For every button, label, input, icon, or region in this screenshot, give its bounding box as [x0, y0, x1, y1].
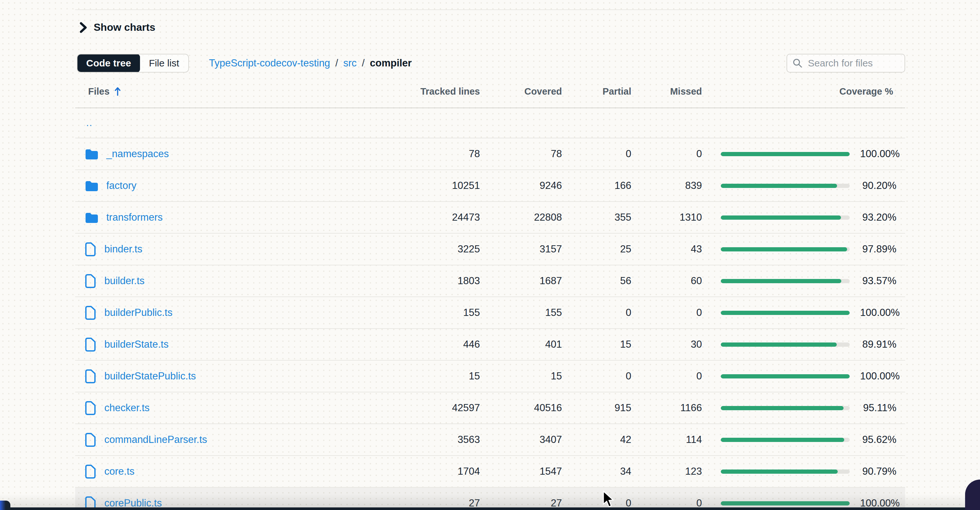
mouse-cursor [602, 491, 615, 510]
coverage-bar-track [721, 343, 850, 347]
parent-directory-row[interactable]: .. [75, 108, 905, 138]
coverage-bar-track [721, 152, 850, 156]
tracked-lines-value: 24473 [406, 211, 480, 223]
folder-icon [85, 212, 98, 223]
tracked-lines-value: 78 [406, 148, 480, 160]
table-row[interactable]: builderState.ts446401153089.91% [75, 329, 905, 361]
file-link[interactable]: builderState.ts [104, 338, 169, 350]
tracked-lines-value: 3563 [406, 434, 480, 445]
file-search-box[interactable] [786, 54, 905, 73]
coverage-bar-fill [721, 406, 843, 410]
missed-value: 0 [631, 148, 702, 160]
column-header-coverage[interactable]: Coverage % [702, 86, 905, 97]
breadcrumb: TypeScript-codecov-testing / src / compi… [209, 57, 412, 69]
folder-link[interactable]: transformers [106, 211, 163, 223]
breadcrumb-src-link[interactable]: src [343, 57, 356, 69]
coverage-bar-track [721, 279, 850, 283]
file-link[interactable]: builderPublic.ts [104, 307, 172, 318]
coverage-bar-fill [721, 374, 850, 378]
missed-value: 0 [631, 370, 702, 382]
column-header-tracked-lines[interactable]: Tracked lines [406, 86, 480, 97]
breadcrumb-repo-link[interactable]: TypeScript-codecov-testing [209, 57, 330, 69]
file-icon [85, 274, 96, 288]
table-row[interactable]: binder.ts32253157254397.89% [75, 234, 905, 265]
parent-directory-link[interactable]: .. [86, 118, 93, 128]
partial-value: 355 [562, 211, 631, 223]
covered-value: 401 [480, 338, 562, 350]
show-charts-toggle[interactable]: Show charts [80, 21, 155, 33]
coverage-bar-cell [702, 406, 860, 410]
table-row[interactable]: commandLineParser.ts356334074211495.62% [75, 424, 905, 456]
coverage-bar-fill [721, 152, 850, 156]
file-icon [85, 242, 96, 257]
file-link[interactable]: core.ts [104, 466, 135, 477]
missed-value: 123 [631, 466, 702, 477]
table-row[interactable]: builderPublic.ts15515500100.00% [75, 297, 905, 329]
tracked-lines-value: 3225 [406, 243, 480, 255]
column-header-missed[interactable]: Missed [631, 86, 702, 97]
coverage-percent: 89.91% [860, 338, 905, 350]
column-header-files[interactable]: Files [75, 86, 406, 97]
folder-icon [85, 181, 98, 191]
section-divider [75, 10, 905, 10]
table-row[interactable]: core.ts170415473412390.79% [75, 456, 905, 488]
partial-value: 166 [562, 180, 631, 192]
file-icon [85, 464, 96, 479]
sort-ascending-icon [114, 86, 121, 96]
bottom-left-widget[interactable] [0, 500, 10, 510]
covered-value: 40516 [480, 402, 562, 414]
file-icon [85, 432, 96, 447]
file-link[interactable]: checker.ts [104, 402, 150, 414]
missed-value: 30 [631, 338, 702, 350]
tracked-lines-value: 446 [406, 338, 480, 350]
file-link[interactable]: commandLineParser.ts [104, 434, 207, 445]
file-icon [85, 337, 96, 352]
partial-value: 0 [562, 148, 631, 160]
controls-row: Code tree File list TypeScript-codecov-t… [77, 54, 905, 73]
partial-value: 34 [562, 466, 631, 477]
search-input[interactable] [807, 57, 899, 69]
column-header-partial[interactable]: Partial [562, 86, 631, 97]
coverage-bar-track [721, 311, 850, 315]
file-name-cell: builderState.ts [75, 337, 406, 352]
missed-value: 1310 [631, 211, 702, 223]
column-header-covered[interactable]: Covered [480, 86, 562, 97]
table-row[interactable]: factory10251924616683990.20% [75, 170, 905, 202]
tracked-lines-value: 1803 [406, 275, 480, 287]
bottom-right-widget[interactable] [965, 480, 980, 510]
file-icon [85, 369, 96, 384]
table-body: _namespaces787800100.00%factory102519246… [75, 138, 905, 510]
table-row[interactable]: transformers2447322808355131093.20% [75, 202, 905, 234]
table-row[interactable]: checker.ts4259740516915116695.11% [75, 392, 905, 424]
folder-link[interactable]: _namespaces [106, 148, 169, 160]
partial-value: 42 [562, 434, 631, 445]
coverage-percent: 100.00% [860, 307, 905, 318]
coverage-percent: 95.62% [860, 434, 905, 445]
partial-value: 0 [562, 370, 631, 382]
file-link[interactable]: builder.ts [104, 275, 145, 287]
breadcrumb-separator: / [362, 57, 365, 69]
partial-value: 15 [562, 338, 631, 350]
table-row[interactable]: _namespaces787800100.00% [75, 138, 905, 170]
missed-value: 60 [631, 275, 702, 287]
table-row[interactable]: builder.ts18031687566093.57% [75, 265, 905, 297]
coverage-percent: 93.20% [860, 211, 905, 223]
file-link[interactable]: builderStatePublic.ts [104, 370, 196, 382]
file-name-cell: _namespaces [75, 148, 406, 160]
coverage-bar-cell [702, 216, 860, 220]
covered-value: 155 [480, 307, 562, 318]
tab-code-tree[interactable]: Code tree [77, 54, 140, 72]
file-link[interactable]: binder.ts [104, 243, 142, 255]
tab-file-list[interactable]: File list [140, 54, 188, 72]
file-name-cell: core.ts [75, 464, 406, 479]
missed-value: 0 [631, 307, 702, 318]
file-name-cell: builderPublic.ts [75, 305, 406, 320]
covered-value: 1687 [480, 275, 562, 287]
coverage-bar-fill [721, 184, 837, 188]
coverage-bar-track [721, 184, 850, 188]
coverage-bar-fill [721, 470, 838, 474]
folder-link[interactable]: factory [106, 180, 137, 192]
file-name-cell: builderStatePublic.ts [75, 369, 406, 384]
table-row[interactable]: builderStatePublic.ts151500100.00% [75, 361, 905, 392]
covered-value: 3157 [480, 243, 562, 255]
